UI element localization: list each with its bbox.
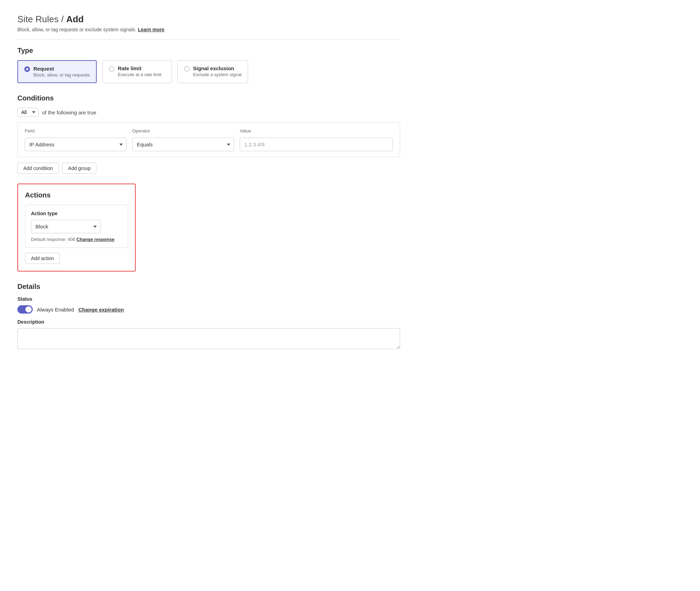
conditions-row-inputs: IP Address User Agent Country Request Pa…	[25, 138, 393, 151]
col-field-input: IP Address User Agent Country Request Pa…	[25, 138, 127, 151]
field-select[interactable]: IP Address User Agent Country Request Pa…	[25, 138, 127, 151]
details-section: Details Status Always Enabled Change exp…	[17, 283, 400, 350]
action-type-select[interactable]: Block Allow Tag	[31, 220, 101, 233]
learn-more-link[interactable]: Learn more	[138, 27, 164, 32]
type-option-signal-exclusion-desc: Exclude a system signal	[193, 72, 241, 77]
page-header: Site Rules / Add Block, allow, or tag re…	[17, 14, 400, 32]
col-field-header: Field	[25, 128, 127, 135]
description-label: Description	[17, 319, 400, 325]
type-option-rate-limit-desc: Execute at a rate limit	[118, 72, 161, 77]
conditions-table: Field Operator Value IP Address User Age…	[17, 122, 400, 157]
col-operator-header: Operator	[132, 128, 234, 135]
operator-col-label: Operator	[132, 128, 234, 133]
field-col-label: Field	[25, 128, 127, 133]
value-input[interactable]	[240, 138, 393, 151]
default-response: Default response: 406 Change response	[31, 237, 122, 242]
type-section-title: Type	[17, 47, 400, 55]
operator-select[interactable]: Equals Not Equals Contains Starts With	[132, 138, 234, 151]
type-section: Type Request Block, allow, or tag reques…	[17, 47, 400, 83]
actions-inner: Action type Block Allow Tag Default resp…	[25, 205, 128, 248]
type-option-signal-exclusion-text: Signal exclusion Exclude a system signal	[193, 65, 241, 77]
status-sub-label: Status	[17, 296, 400, 302]
status-toggle[interactable]	[17, 305, 33, 314]
add-action-button[interactable]: Add action	[25, 253, 60, 264]
value-col-label: Value	[240, 128, 393, 133]
type-option-request-desc: Block, allow, or tag requests	[33, 72, 90, 78]
actions-section: Actions Action type Block Allow Tag Defa…	[17, 184, 136, 272]
radio-rate-limit	[109, 66, 114, 72]
type-option-request-text: Request Block, allow, or tag requests	[33, 66, 90, 78]
page-subtitle: Block, allow, or tag requests or exclude…	[17, 27, 400, 32]
type-option-signal-exclusion[interactable]: Signal exclusion Exclude a system signal	[177, 60, 248, 83]
header-divider	[17, 39, 400, 40]
col-value-header: Value	[240, 128, 393, 135]
all-row: All Any of the following are true	[17, 108, 400, 117]
subtitle-text: Block, allow, or tag requests or exclude…	[17, 27, 136, 32]
status-text: Always Enabled Change expiration	[37, 307, 124, 313]
col-operator-input: Equals Not Equals Contains Starts With	[132, 138, 234, 151]
type-options-group: Request Block, allow, or tag requests Ra…	[17, 60, 400, 83]
type-option-signal-exclusion-label: Signal exclusion	[193, 65, 241, 71]
action-type-label: Action type	[31, 211, 122, 216]
conditions-section-title: Conditions	[17, 94, 400, 102]
change-expiration-link[interactable]: Change expiration	[78, 307, 124, 313]
type-option-request-label: Request	[33, 66, 90, 72]
actions-section-title: Actions	[25, 191, 128, 199]
type-option-rate-limit-label: Rate limit	[118, 65, 161, 71]
radio-request	[24, 66, 30, 72]
conditions-row-header: Field Operator Value	[25, 128, 393, 135]
type-option-request[interactable]: Request Block, allow, or tag requests	[17, 60, 97, 83]
page-title: Site Rules / Add	[17, 14, 400, 25]
title-prefix: Site Rules /	[17, 14, 66, 24]
status-row: Always Enabled Change expiration	[17, 305, 400, 314]
status-text-value: Always Enabled	[37, 307, 74, 313]
conditions-section: Conditions All Any of the following are …	[17, 94, 400, 174]
radio-signal-exclusion	[184, 66, 190, 72]
change-response-link[interactable]: Change response	[77, 237, 114, 242]
all-select[interactable]: All Any	[17, 108, 39, 117]
title-bold: Add	[66, 14, 84, 24]
add-condition-button[interactable]: Add condition	[17, 163, 59, 174]
conditions-btn-group: Add condition Add group	[17, 163, 400, 174]
default-response-text: Default response: 406	[31, 237, 75, 242]
type-option-rate-limit-text: Rate limit Execute at a rate limit	[118, 65, 161, 77]
type-option-rate-limit[interactable]: Rate limit Execute at a rate limit	[102, 60, 172, 83]
details-section-title: Details	[17, 283, 400, 291]
col-value-input	[240, 138, 393, 151]
add-group-button[interactable]: Add group	[62, 163, 97, 174]
description-input[interactable]	[17, 328, 400, 349]
all-suffix-text: of the following are true	[42, 110, 96, 115]
